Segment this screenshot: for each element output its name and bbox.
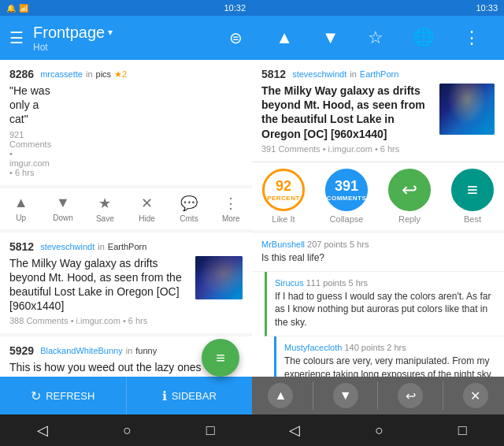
- post-info: 391 Comments • i.imgur.com • 6 hrs: [261, 144, 432, 154]
- like-circle: 92 PERCENT: [262, 169, 305, 211]
- right-nav-back-icon[interactable]: ◁: [289, 422, 300, 439]
- fab-button[interactable]: ≡: [202, 339, 239, 377]
- toast-up[interactable]: ▲: [268, 383, 293, 408]
- sidebar-button[interactable]: ℹ SIDEBAR: [127, 377, 253, 414]
- card-2-in: in: [98, 242, 105, 251]
- wifi-icon: 📶: [19, 4, 28, 13]
- toast-divider-2: [377, 381, 378, 410]
- toast-down-icon: ▼: [339, 388, 352, 403]
- sidebar-icon: ℹ: [162, 388, 167, 403]
- save-icon: ★: [98, 195, 111, 212]
- right-nav-home-icon[interactable]: ○: [375, 422, 384, 439]
- reply-icon: ↩: [402, 179, 417, 201]
- star-header-icon[interactable]: ☆: [368, 28, 384, 48]
- toast-reply[interactable]: ↩: [398, 383, 423, 408]
- comments-count: 391: [335, 178, 358, 195]
- card-1-title: "He was only a cat": [9, 84, 51, 127]
- collapse-btn-label: Collapse: [330, 214, 364, 224]
- comment-3: Mustyfacecloth 140 points 2 hrs The colo…: [274, 336, 504, 377]
- comment-2-text: If I had to guess I would say the colors…: [275, 290, 495, 329]
- card-2-score: 5812: [9, 240, 34, 253]
- card-2-sub[interactable]: EarthPorn: [108, 242, 147, 251]
- comments-label: Cmts: [180, 214, 198, 223]
- save-label: Save: [96, 214, 114, 223]
- nav-back-icon[interactable]: ◁: [37, 422, 48, 439]
- card-1-content: "He was only a cat" 921 Comments • imgur…: [9, 84, 243, 177]
- toast-up-icon: ▲: [274, 388, 287, 403]
- right-time: 10:33: [476, 3, 498, 13]
- dropdown-icon[interactable]: ▾: [108, 27, 113, 38]
- header-subtitle: Hot: [33, 42, 113, 53]
- more-label: More: [222, 214, 240, 223]
- left-status-icons: 🔔 📶: [6, 4, 28, 13]
- left-header: ☰ Frontpage ▾ Hot ⊜: [0, 16, 252, 60]
- best-button[interactable]: ≡ Best: [451, 169, 494, 224]
- hamburger-icon[interactable]: ☰: [9, 28, 24, 47]
- card-2-user[interactable]: steveschwindt: [40, 242, 94, 251]
- card-1-score: 8286: [9, 68, 34, 80]
- collapse-button[interactable]: 391 COMMENTS Collapse: [325, 169, 368, 224]
- bottom-bar: ↻ REFRESH ℹ SIDEBAR: [0, 377, 252, 414]
- toast-down[interactable]: ▼: [333, 383, 358, 408]
- post-title: The Milky Way galaxy as drifts beyond Mt…: [261, 84, 432, 141]
- toast-divider-1: [313, 381, 313, 410]
- post-title-block: The Milky Way galaxy as drifts beyond Mt…: [261, 84, 432, 154]
- refresh-button[interactable]: ↻ REFRESH: [0, 377, 127, 414]
- overflow-header-icon[interactable]: ⋮: [463, 28, 480, 48]
- card-2-meta: 5812 steveschwindt in EarthPorn: [9, 240, 243, 253]
- card-1-user[interactable]: mrcassette: [40, 69, 83, 79]
- vote-up-header-icon[interactable]: ▲: [276, 28, 293, 48]
- post-card-1[interactable]: 8286 mrcassette in pics ★2 "He was only …: [0, 60, 252, 185]
- comment-1-user[interactable]: MrBunshell: [261, 240, 305, 249]
- action-save[interactable]: ★ Save: [89, 195, 120, 223]
- action-hide[interactable]: ✕ Hide: [132, 195, 163, 223]
- filter-icon[interactable]: ⊜: [229, 28, 243, 47]
- post-thumbnail: [439, 84, 495, 135]
- more-icon: ⋮: [224, 195, 238, 212]
- card-3-user[interactable]: BlackandWhiteBunny: [40, 346, 123, 355]
- comment-1-meta: MrBunshell 207 points 5 hrs: [261, 240, 495, 249]
- action-comments[interactable]: 💬 Cmts: [173, 195, 205, 223]
- right-nav-recents-icon[interactable]: □: [458, 422, 467, 439]
- comment-1-age: 5 hrs: [350, 240, 369, 249]
- post-user[interactable]: steveschwindt: [292, 69, 346, 79]
- action-up[interactable]: ▲ Up: [6, 195, 37, 222]
- comment-2: Sirucus 111 points 5 hrs If I had to gue…: [265, 272, 504, 336]
- like-it-button[interactable]: 92 PERCENT Like It: [262, 169, 305, 224]
- comments-circle: 391 COMMENTS: [325, 169, 368, 211]
- action-down[interactable]: ▼ Down: [47, 195, 79, 222]
- comment-2-meta: Sirucus 111 points 5 hrs: [275, 278, 495, 288]
- right-nav-bar: ◁ ○ □: [252, 414, 504, 446]
- best-btn-label: Best: [464, 214, 481, 224]
- left-panel: 🔔 📶 10:32 ☰ Frontpage ▾ Hot ⊜ 8286 mrcas…: [0, 0, 252, 446]
- comment-3-meta: Mustyfacecloth 140 points 2 hrs: [284, 343, 495, 352]
- left-header-left: ☰ Frontpage ▾ Hot: [9, 24, 113, 53]
- post-content-row: The Milky Way galaxy as drifts beyond Mt…: [261, 84, 495, 154]
- comment-1-points: 207 points: [307, 240, 347, 249]
- nav-recents-icon[interactable]: □: [206, 422, 215, 439]
- toast-close[interactable]: ✕: [463, 383, 488, 408]
- notification-icon: 🔔: [6, 4, 16, 13]
- comment-2-age: 5 hrs: [349, 278, 368, 288]
- nav-home-icon[interactable]: ○: [123, 422, 132, 439]
- refresh-label: REFRESH: [46, 390, 94, 402]
- post-in: in: [350, 69, 357, 79]
- comment-1-text: Is this real life?: [261, 251, 495, 265]
- card-1-sub[interactable]: pics: [96, 69, 112, 79]
- comment-2-user[interactable]: Sirucus: [275, 278, 304, 288]
- post-section: 5812 steveschwindt in EarthPorn The Milk…: [252, 60, 504, 162]
- reply-btn-label: Reply: [398, 214, 421, 224]
- post-score: 5812: [261, 68, 286, 80]
- like-btn-label: Like It: [272, 214, 295, 224]
- toast-close-icon: ✕: [470, 388, 480, 403]
- up-icon: ▲: [14, 195, 28, 211]
- post-card-2[interactable]: 5812 steveschwindt in EarthPorn The Milk…: [0, 232, 252, 334]
- card-3-sub[interactable]: funny: [135, 346, 157, 355]
- comment-3-user[interactable]: Mustyfacecloth: [284, 343, 342, 352]
- reply-button[interactable]: ↩ Reply: [388, 169, 431, 224]
- globe-header-icon[interactable]: 🌐: [413, 28, 434, 48]
- vote-down-header-icon[interactable]: ▼: [322, 28, 339, 48]
- best-circle: ≡: [451, 169, 494, 211]
- post-sub[interactable]: EarthPorn: [360, 69, 399, 79]
- action-more[interactable]: ⋮ More: [215, 195, 246, 223]
